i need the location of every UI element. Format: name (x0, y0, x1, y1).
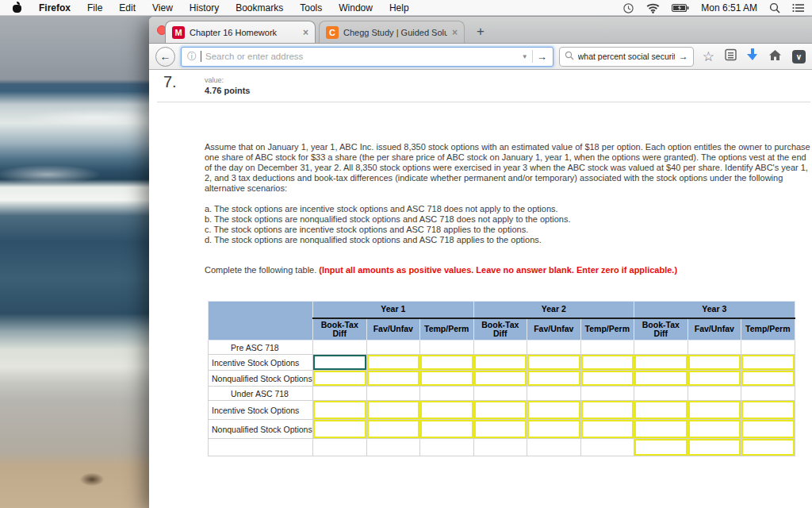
close-tab-icon[interactable]: × (452, 27, 458, 38)
answer-cell[interactable] (527, 420, 581, 439)
menu-tools[interactable]: Tools (300, 2, 322, 13)
bookmarks-menu-icon[interactable] (725, 48, 737, 64)
wifi-icon[interactable] (646, 3, 660, 13)
answer-cell[interactable] (366, 401, 420, 420)
answer-cell[interactable] (580, 420, 634, 439)
answer-cell-focused[interactable] (313, 355, 367, 371)
answer-cell[interactable] (688, 439, 741, 456)
menu-file[interactable]: File (87, 2, 102, 13)
back-button[interactable]: ← (155, 47, 175, 67)
navigation-toolbar: ← ⓘ ▼ → → ☆ (149, 44, 812, 70)
scenario-c: c. The stock options are incentive stock… (205, 225, 571, 235)
answer-cell[interactable] (473, 371, 527, 387)
answer-cell[interactable] (741, 420, 795, 439)
answer-cell[interactable] (688, 355, 741, 371)
answer-cell[interactable] (313, 371, 367, 387)
go-arrow-button[interactable]: → (537, 51, 547, 63)
row-label-nonqualified-stock-options: Nonqualified Stock Options (209, 420, 313, 439)
menu-window[interactable]: Window (339, 2, 373, 13)
answer-cell[interactable] (313, 420, 367, 439)
spotlight-search-icon[interactable] (769, 2, 780, 13)
tab-label: Chegg Study | Guided Solut... (343, 28, 447, 37)
answer-cell[interactable] (420, 401, 474, 420)
battery-icon[interactable] (672, 3, 689, 13)
row-label-incentive-stock-options: Incentive Stock Options (209, 355, 313, 371)
static-cell (527, 387, 581, 401)
answer-cell[interactable] (688, 371, 741, 387)
row-label-incentive-stock-options: Incentive Stock Options (209, 401, 313, 420)
tab-chegg-study[interactable]: C Chegg Study | Guided Solut... × (319, 21, 465, 43)
answer-cell[interactable] (420, 420, 474, 439)
menu-firefox[interactable]: Firefox (39, 2, 71, 13)
notification-center-icon[interactable] (792, 3, 804, 13)
answer-cell[interactable] (634, 420, 688, 439)
answer-cell[interactable] (366, 371, 420, 387)
mcgraw-hill-favicon: M (172, 26, 185, 39)
header-fav-unfav: Fav/Unfav (366, 318, 420, 341)
answer-cell[interactable] (741, 401, 795, 420)
address-bar[interactable]: ⓘ ▼ → (181, 47, 553, 67)
table-row: Incentive Stock Options (209, 355, 795, 371)
answer-cell[interactable] (527, 371, 581, 387)
answer-cell[interactable] (688, 401, 741, 420)
menu-view[interactable]: View (152, 2, 173, 13)
static-cell (313, 387, 367, 401)
new-tab-button[interactable]: + (471, 22, 490, 41)
answer-cell[interactable] (420, 355, 474, 371)
bookmark-star-icon[interactable]: ☆ (703, 50, 714, 64)
search-go-arrow[interactable]: → (679, 51, 688, 62)
answer-cell[interactable] (741, 355, 795, 371)
menu-clock[interactable]: Mon 6:51 AM (701, 2, 757, 13)
answer-cell[interactable] (634, 355, 688, 371)
static-cell (527, 439, 581, 456)
divider-rule (157, 102, 810, 102)
static-cell (580, 439, 634, 456)
static-cell (473, 387, 527, 401)
static-cell (688, 341, 741, 355)
scenario-list: a. The stock options are incentive stock… (205, 204, 571, 245)
answer-cell[interactable] (313, 401, 367, 420)
menu-edit[interactable]: Edit (119, 2, 136, 13)
answer-cell[interactable] (634, 371, 688, 387)
answer-cell[interactable] (473, 401, 527, 420)
header-booktax-diff: Book-Tax Diff (634, 318, 688, 341)
tab-chapter-16-homework[interactable]: M Chapter 16 Homework × (165, 21, 316, 43)
value-label: value: (205, 76, 250, 84)
answer-cell[interactable] (741, 371, 795, 387)
answer-cell[interactable] (366, 355, 420, 371)
answer-cell[interactable] (473, 355, 527, 371)
answer-cell[interactable] (741, 439, 795, 456)
answer-cell[interactable] (420, 371, 474, 387)
home-icon[interactable] (768, 49, 782, 64)
downloads-icon[interactable] (747, 48, 758, 64)
apple-menu-icon[interactable] (12, 2, 22, 13)
address-input[interactable] (205, 52, 518, 61)
header-temp-perm: Temp/Perm (420, 318, 474, 341)
answer-cell[interactable] (580, 355, 634, 371)
answer-cell[interactable] (580, 401, 634, 420)
recent-items-clock-icon[interactable] (622, 2, 634, 14)
answer-cell[interactable] (473, 420, 527, 439)
answer-cell[interactable] (634, 439, 688, 456)
pocket-icon[interactable]: ∨ (792, 50, 806, 64)
static-cell (420, 439, 474, 456)
close-tab-icon[interactable]: × (303, 27, 308, 38)
menu-help[interactable]: Help (389, 2, 409, 13)
answer-cell[interactable] (366, 420, 420, 439)
static-cell (634, 387, 688, 401)
search-bar[interactable]: → (559, 47, 694, 67)
answer-cell[interactable] (580, 371, 634, 387)
chevron-down-icon[interactable]: ▼ (522, 53, 528, 60)
chegg-favicon: C (326, 26, 339, 39)
header-year3: Year 3 (634, 302, 795, 318)
menu-history[interactable]: History (190, 2, 219, 13)
answer-cell[interactable] (527, 401, 581, 420)
instruction-red: (Input all amounts as positive values. L… (319, 265, 677, 275)
answer-cell[interactable] (527, 355, 581, 371)
question-text: Assume that on January 1, year 1, ABC In… (205, 142, 810, 194)
menu-bookmarks[interactable]: Bookmarks (236, 2, 283, 13)
answer-cell[interactable] (634, 401, 688, 420)
table-instruction: Complete the following table. (Input all… (205, 265, 677, 275)
answer-cell[interactable] (688, 420, 741, 439)
search-input[interactable] (578, 52, 675, 61)
